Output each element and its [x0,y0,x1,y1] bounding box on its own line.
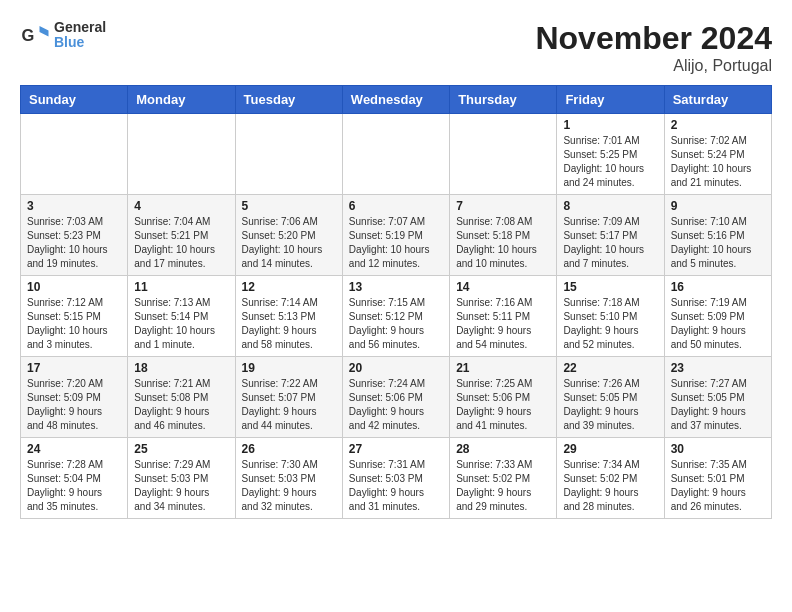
day-number: 23 [671,361,765,375]
day-info: Sunrise: 7:21 AM Sunset: 5:08 PM Dayligh… [134,377,228,433]
day-number: 25 [134,442,228,456]
calendar-cell: 1Sunrise: 7:01 AM Sunset: 5:25 PM Daylig… [557,114,664,195]
calendar-cell: 30Sunrise: 7:35 AM Sunset: 5:01 PM Dayli… [664,438,771,519]
weekday-header: Friday [557,86,664,114]
calendar-cell [21,114,128,195]
day-number: 6 [349,199,443,213]
calendar-cell: 17Sunrise: 7:20 AM Sunset: 5:09 PM Dayli… [21,357,128,438]
day-number: 10 [27,280,121,294]
day-info: Sunrise: 7:22 AM Sunset: 5:07 PM Dayligh… [242,377,336,433]
calendar-cell: 20Sunrise: 7:24 AM Sunset: 5:06 PM Dayli… [342,357,449,438]
day-number: 19 [242,361,336,375]
calendar-cell: 28Sunrise: 7:33 AM Sunset: 5:02 PM Dayli… [450,438,557,519]
weekday-header: Sunday [21,86,128,114]
day-info: Sunrise: 7:10 AM Sunset: 5:16 PM Dayligh… [671,215,765,271]
day-number: 30 [671,442,765,456]
calendar-cell: 3Sunrise: 7:03 AM Sunset: 5:23 PM Daylig… [21,195,128,276]
page-title: November 2024 [535,20,772,57]
calendar-cell: 7Sunrise: 7:08 AM Sunset: 5:18 PM Daylig… [450,195,557,276]
calendar-cell: 12Sunrise: 7:14 AM Sunset: 5:13 PM Dayli… [235,276,342,357]
day-info: Sunrise: 7:06 AM Sunset: 5:20 PM Dayligh… [242,215,336,271]
day-info: Sunrise: 7:34 AM Sunset: 5:02 PM Dayligh… [563,458,657,514]
day-number: 15 [563,280,657,294]
day-number: 14 [456,280,550,294]
calendar-cell: 8Sunrise: 7:09 AM Sunset: 5:17 PM Daylig… [557,195,664,276]
day-number: 26 [242,442,336,456]
svg-marker-1 [40,26,49,37]
logo-text: General Blue [54,20,106,51]
day-info: Sunrise: 7:07 AM Sunset: 5:19 PM Dayligh… [349,215,443,271]
day-info: Sunrise: 7:24 AM Sunset: 5:06 PM Dayligh… [349,377,443,433]
calendar-cell [450,114,557,195]
calendar-cell [235,114,342,195]
calendar-cell: 15Sunrise: 7:18 AM Sunset: 5:10 PM Dayli… [557,276,664,357]
day-info: Sunrise: 7:26 AM Sunset: 5:05 PM Dayligh… [563,377,657,433]
calendar-cell: 11Sunrise: 7:13 AM Sunset: 5:14 PM Dayli… [128,276,235,357]
day-number: 22 [563,361,657,375]
calendar-cell: 21Sunrise: 7:25 AM Sunset: 5:06 PM Dayli… [450,357,557,438]
day-info: Sunrise: 7:20 AM Sunset: 5:09 PM Dayligh… [27,377,121,433]
day-number: 1 [563,118,657,132]
day-info: Sunrise: 7:13 AM Sunset: 5:14 PM Dayligh… [134,296,228,352]
calendar-cell: 26Sunrise: 7:30 AM Sunset: 5:03 PM Dayli… [235,438,342,519]
day-info: Sunrise: 7:03 AM Sunset: 5:23 PM Dayligh… [27,215,121,271]
day-number: 7 [456,199,550,213]
logo-icon: G [20,20,50,50]
day-number: 9 [671,199,765,213]
calendar-cell: 6Sunrise: 7:07 AM Sunset: 5:19 PM Daylig… [342,195,449,276]
calendar-cell: 13Sunrise: 7:15 AM Sunset: 5:12 PM Dayli… [342,276,449,357]
calendar-cell: 4Sunrise: 7:04 AM Sunset: 5:21 PM Daylig… [128,195,235,276]
day-info: Sunrise: 7:31 AM Sunset: 5:03 PM Dayligh… [349,458,443,514]
day-number: 2 [671,118,765,132]
svg-text:G: G [22,26,35,44]
calendar-cell: 24Sunrise: 7:28 AM Sunset: 5:04 PM Dayli… [21,438,128,519]
day-info: Sunrise: 7:08 AM Sunset: 5:18 PM Dayligh… [456,215,550,271]
calendar-cell: 14Sunrise: 7:16 AM Sunset: 5:11 PM Dayli… [450,276,557,357]
calendar-table: SundayMondayTuesdayWednesdayThursdayFrid… [20,85,772,519]
page-header: G General Blue November 2024 Alijo, Port… [20,20,772,75]
calendar-cell: 23Sunrise: 7:27 AM Sunset: 5:05 PM Dayli… [664,357,771,438]
day-info: Sunrise: 7:33 AM Sunset: 5:02 PM Dayligh… [456,458,550,514]
page-subtitle: Alijo, Portugal [535,57,772,75]
day-number: 24 [27,442,121,456]
weekday-header: Thursday [450,86,557,114]
day-info: Sunrise: 7:02 AM Sunset: 5:24 PM Dayligh… [671,134,765,190]
calendar-cell: 2Sunrise: 7:02 AM Sunset: 5:24 PM Daylig… [664,114,771,195]
calendar-header: SundayMondayTuesdayWednesdayThursdayFrid… [21,86,772,114]
day-number: 5 [242,199,336,213]
day-info: Sunrise: 7:14 AM Sunset: 5:13 PM Dayligh… [242,296,336,352]
day-info: Sunrise: 7:15 AM Sunset: 5:12 PM Dayligh… [349,296,443,352]
logo-line1: General [54,20,106,35]
day-info: Sunrise: 7:09 AM Sunset: 5:17 PM Dayligh… [563,215,657,271]
day-number: 20 [349,361,443,375]
calendar-cell: 9Sunrise: 7:10 AM Sunset: 5:16 PM Daylig… [664,195,771,276]
weekday-header: Saturday [664,86,771,114]
weekday-header: Monday [128,86,235,114]
logo-line2: Blue [54,35,106,50]
calendar-cell: 27Sunrise: 7:31 AM Sunset: 5:03 PM Dayli… [342,438,449,519]
title-block: November 2024 Alijo, Portugal [535,20,772,75]
day-number: 8 [563,199,657,213]
logo: G General Blue [20,20,106,51]
day-number: 28 [456,442,550,456]
calendar-cell: 19Sunrise: 7:22 AM Sunset: 5:07 PM Dayli… [235,357,342,438]
calendar-cell: 29Sunrise: 7:34 AM Sunset: 5:02 PM Dayli… [557,438,664,519]
calendar-cell: 5Sunrise: 7:06 AM Sunset: 5:20 PM Daylig… [235,195,342,276]
day-number: 27 [349,442,443,456]
calendar-cell [128,114,235,195]
weekday-header: Wednesday [342,86,449,114]
day-number: 29 [563,442,657,456]
day-number: 21 [456,361,550,375]
day-info: Sunrise: 7:12 AM Sunset: 5:15 PM Dayligh… [27,296,121,352]
day-info: Sunrise: 7:25 AM Sunset: 5:06 PM Dayligh… [456,377,550,433]
weekday-header: Tuesday [235,86,342,114]
day-info: Sunrise: 7:04 AM Sunset: 5:21 PM Dayligh… [134,215,228,271]
day-number: 16 [671,280,765,294]
calendar-cell: 16Sunrise: 7:19 AM Sunset: 5:09 PM Dayli… [664,276,771,357]
day-info: Sunrise: 7:01 AM Sunset: 5:25 PM Dayligh… [563,134,657,190]
day-info: Sunrise: 7:30 AM Sunset: 5:03 PM Dayligh… [242,458,336,514]
day-number: 17 [27,361,121,375]
day-info: Sunrise: 7:18 AM Sunset: 5:10 PM Dayligh… [563,296,657,352]
day-number: 11 [134,280,228,294]
day-info: Sunrise: 7:28 AM Sunset: 5:04 PM Dayligh… [27,458,121,514]
